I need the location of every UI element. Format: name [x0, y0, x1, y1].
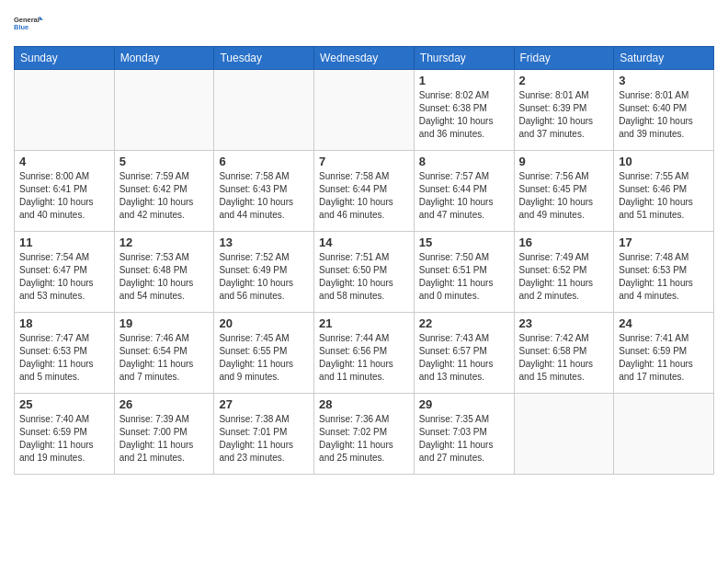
calendar-cell: 1Sunrise: 8:02 AM Sunset: 6:38 PM Daylig… — [414, 70, 514, 151]
day-number: 9 — [519, 155, 609, 168]
day-header-tuesday: Tuesday — [214, 47, 314, 70]
calendar-cell: 7Sunrise: 7:58 AM Sunset: 6:44 PM Daylig… — [314, 151, 415, 232]
day-header-saturday: Saturday — [614, 47, 714, 70]
calendar-week-row: 18Sunrise: 7:47 AM Sunset: 6:53 PM Dayli… — [15, 313, 714, 394]
day-info: Sunrise: 7:39 AM Sunset: 7:00 PM Dayligh… — [119, 413, 210, 465]
day-info: Sunrise: 7:43 AM Sunset: 6:57 PM Dayligh… — [419, 332, 509, 384]
day-header-wednesday: Wednesday — [314, 47, 415, 70]
day-number: 22 — [419, 316, 509, 330]
day-number: 26 — [119, 397, 210, 411]
logo: General Blue — [14, 9, 43, 39]
day-header-monday: Monday — [114, 47, 214, 70]
day-number: 21 — [319, 316, 409, 330]
calendar-cell: 5Sunrise: 7:59 AM Sunset: 6:42 PM Daylig… — [114, 151, 214, 232]
calendar-cell: 17Sunrise: 7:48 AM Sunset: 6:53 PM Dayli… — [614, 232, 714, 313]
day-info: Sunrise: 7:59 AM Sunset: 6:42 PM Dayligh… — [119, 170, 210, 222]
day-number: 7 — [319, 155, 409, 168]
day-number: 25 — [19, 397, 109, 411]
day-info: Sunrise: 7:48 AM Sunset: 6:53 PM Dayligh… — [619, 251, 709, 303]
day-info: Sunrise: 7:55 AM Sunset: 6:46 PM Dayligh… — [619, 170, 709, 222]
calendar-table: SundayMondayTuesdayWednesdayThursdayFrid… — [14, 46, 714, 475]
day-info: Sunrise: 7:50 AM Sunset: 6:51 PM Dayligh… — [419, 251, 509, 303]
calendar-cell: 8Sunrise: 7:57 AM Sunset: 6:44 PM Daylig… — [414, 151, 514, 232]
calendar-cell: 28Sunrise: 7:36 AM Sunset: 7:02 PM Dayli… — [314, 394, 415, 475]
calendar-cell: 23Sunrise: 7:42 AM Sunset: 6:58 PM Dayli… — [514, 313, 614, 394]
day-number: 5 — [119, 155, 210, 168]
day-info: Sunrise: 7:38 AM Sunset: 7:01 PM Dayligh… — [219, 413, 309, 465]
day-number: 14 — [319, 236, 409, 249]
calendar-cell — [15, 70, 115, 151]
calendar-cell — [514, 394, 614, 475]
calendar-cell: 6Sunrise: 7:58 AM Sunset: 6:43 PM Daylig… — [214, 151, 314, 232]
svg-marker-2 — [40, 16, 43, 19]
calendar-cell: 26Sunrise: 7:39 AM Sunset: 7:00 PM Dayli… — [114, 394, 214, 475]
calendar-cell: 15Sunrise: 7:50 AM Sunset: 6:51 PM Dayli… — [414, 232, 514, 313]
calendar-cell: 25Sunrise: 7:40 AM Sunset: 6:59 PM Dayli… — [15, 394, 115, 475]
day-number: 8 — [419, 155, 509, 168]
day-info: Sunrise: 7:35 AM Sunset: 7:03 PM Dayligh… — [419, 413, 509, 465]
day-number: 4 — [19, 155, 109, 168]
calendar-cell: 16Sunrise: 7:49 AM Sunset: 6:52 PM Dayli… — [514, 232, 614, 313]
day-info: Sunrise: 7:47 AM Sunset: 6:53 PM Dayligh… — [19, 332, 109, 384]
day-info: Sunrise: 7:53 AM Sunset: 6:48 PM Dayligh… — [119, 251, 210, 303]
day-info: Sunrise: 8:00 AM Sunset: 6:41 PM Dayligh… — [19, 170, 109, 222]
day-info: Sunrise: 7:45 AM Sunset: 6:55 PM Dayligh… — [219, 332, 309, 384]
calendar-cell: 12Sunrise: 7:53 AM Sunset: 6:48 PM Dayli… — [114, 232, 214, 313]
day-number: 28 — [319, 397, 409, 411]
calendar-cell: 10Sunrise: 7:55 AM Sunset: 6:46 PM Dayli… — [614, 151, 714, 232]
day-number: 24 — [619, 316, 709, 330]
calendar-cell: 13Sunrise: 7:52 AM Sunset: 6:49 PM Dayli… — [214, 232, 314, 313]
day-info: Sunrise: 7:40 AM Sunset: 6:59 PM Dayligh… — [19, 413, 109, 465]
day-info: Sunrise: 7:57 AM Sunset: 6:44 PM Dayligh… — [419, 170, 509, 222]
calendar-cell: 4Sunrise: 8:00 AM Sunset: 6:41 PM Daylig… — [15, 151, 115, 232]
day-info: Sunrise: 7:41 AM Sunset: 6:59 PM Dayligh… — [619, 332, 709, 384]
day-number: 1 — [419, 74, 509, 87]
day-info: Sunrise: 7:56 AM Sunset: 6:45 PM Dayligh… — [519, 170, 609, 222]
day-number: 17 — [619, 236, 709, 249]
logo-svg: General Blue — [14, 9, 43, 39]
day-info: Sunrise: 7:42 AM Sunset: 6:58 PM Dayligh… — [519, 332, 609, 384]
day-info: Sunrise: 8:01 AM Sunset: 6:39 PM Dayligh… — [519, 89, 609, 141]
svg-text:Blue: Blue — [14, 23, 28, 31]
calendar-cell — [214, 70, 314, 151]
calendar-cell: 2Sunrise: 8:01 AM Sunset: 6:39 PM Daylig… — [514, 70, 614, 151]
calendar-cell: 9Sunrise: 7:56 AM Sunset: 6:45 PM Daylig… — [514, 151, 614, 232]
day-info: Sunrise: 7:58 AM Sunset: 6:44 PM Dayligh… — [319, 170, 409, 222]
calendar-week-row: 25Sunrise: 7:40 AM Sunset: 6:59 PM Dayli… — [15, 394, 714, 475]
day-info: Sunrise: 7:44 AM Sunset: 6:56 PM Dayligh… — [319, 332, 409, 384]
day-number: 13 — [219, 236, 309, 249]
day-number: 12 — [119, 236, 210, 249]
calendar-cell — [314, 70, 415, 151]
day-number: 2 — [519, 74, 609, 87]
day-number: 29 — [419, 397, 509, 411]
day-number: 3 — [619, 74, 709, 87]
day-number: 16 — [519, 236, 609, 249]
day-number: 6 — [219, 155, 309, 168]
page-header: General Blue — [14, 9, 714, 39]
day-number: 19 — [119, 316, 210, 330]
calendar-cell: 14Sunrise: 7:51 AM Sunset: 6:50 PM Dayli… — [314, 232, 415, 313]
day-number: 11 — [19, 236, 109, 249]
day-info: Sunrise: 7:52 AM Sunset: 6:49 PM Dayligh… — [219, 251, 309, 303]
day-number: 10 — [619, 155, 709, 168]
day-info: Sunrise: 7:51 AM Sunset: 6:50 PM Dayligh… — [319, 251, 409, 303]
calendar-cell: 24Sunrise: 7:41 AM Sunset: 6:59 PM Dayli… — [614, 313, 714, 394]
calendar-cell — [114, 70, 214, 151]
day-info: Sunrise: 8:02 AM Sunset: 6:38 PM Dayligh… — [419, 89, 509, 141]
day-number: 20 — [219, 316, 309, 330]
day-info: Sunrise: 7:46 AM Sunset: 6:54 PM Dayligh… — [119, 332, 210, 384]
day-number: 27 — [219, 397, 309, 411]
day-info: Sunrise: 7:54 AM Sunset: 6:47 PM Dayligh… — [19, 251, 109, 303]
day-number: 18 — [19, 316, 109, 330]
day-header-sunday: Sunday — [15, 47, 115, 70]
calendar-week-row: 11Sunrise: 7:54 AM Sunset: 6:47 PM Dayli… — [15, 232, 714, 313]
calendar-cell: 11Sunrise: 7:54 AM Sunset: 6:47 PM Dayli… — [15, 232, 115, 313]
calendar-week-row: 1Sunrise: 8:02 AM Sunset: 6:38 PM Daylig… — [15, 70, 714, 151]
svg-text:General: General — [14, 16, 40, 24]
calendar-cell: 20Sunrise: 7:45 AM Sunset: 6:55 PM Dayli… — [214, 313, 314, 394]
calendar-cell: 29Sunrise: 7:35 AM Sunset: 7:03 PM Dayli… — [414, 394, 514, 475]
day-info: Sunrise: 7:49 AM Sunset: 6:52 PM Dayligh… — [519, 251, 609, 303]
calendar-cell: 22Sunrise: 7:43 AM Sunset: 6:57 PM Dayli… — [414, 313, 514, 394]
calendar-header-row: SundayMondayTuesdayWednesdayThursdayFrid… — [15, 47, 714, 70]
day-number: 23 — [519, 316, 609, 330]
